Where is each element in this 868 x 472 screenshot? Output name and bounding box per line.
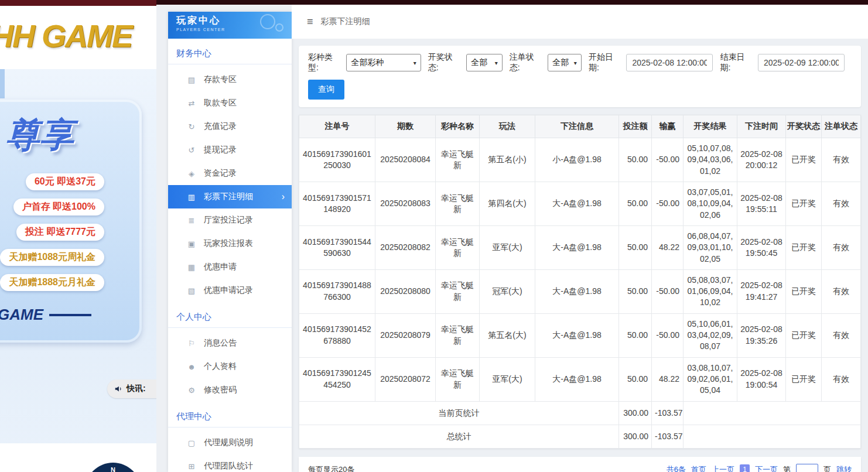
cell-period: 20250208082 xyxy=(375,225,436,269)
prev-page-link[interactable]: 上一页 xyxy=(712,464,734,472)
hall-bet-icon: ≣ xyxy=(187,216,196,225)
cell-amount: 50.00 xyxy=(619,269,652,313)
sidebar-item-hall-bet-records[interactable]: ≣厅室投注记录 xyxy=(168,208,292,232)
cell-win_loss: 48.22 xyxy=(652,357,684,401)
sidebar-item-promo-apply[interactable]: ▦优惠申请 xyxy=(168,255,292,279)
jump-button[interactable]: 跳转 xyxy=(836,464,852,472)
pagination-bar: 每页显示20条 共6条 首页 上一页 1 下一页 第 页 跳转 xyxy=(299,457,861,472)
cell-order_no: 401569173901245454250 xyxy=(299,357,375,401)
lottery-type-select[interactable]: 全部彩种 ▾ xyxy=(346,54,421,71)
sidebar-item-agent-rules[interactable]: ▢代理规则说明 xyxy=(168,431,292,454)
table-row: 40156917390160125003020250208084幸运飞艇新第五名… xyxy=(299,138,861,182)
table-row: 40156917390145267888020250208079幸运飞艇新第五名… xyxy=(299,313,861,357)
cell-result: 06,08,04,07,09,03,01,10,02,05 xyxy=(684,225,737,269)
end-date-input[interactable] xyxy=(758,54,845,71)
sidebar-item-change-password[interactable]: ⚙修改密码 xyxy=(168,378,292,402)
site-header: HH GAME xyxy=(0,6,164,69)
table-body: 40156917390160125003020250208084幸运飞艇新第五名… xyxy=(299,138,861,449)
cell-order_status: 有效 xyxy=(822,269,861,313)
cell-bet_time: 2025-02-08 20:00:12 xyxy=(737,138,786,182)
end-date-label: 结束日期: xyxy=(720,52,754,73)
page-jump-input[interactable] xyxy=(796,464,818,472)
summary-empty xyxy=(684,425,861,448)
page-title: 彩票下注明细 xyxy=(321,16,370,27)
cell-order_no: 401569173901601250030 xyxy=(299,138,375,182)
sidebar-item-label: 存款专区 xyxy=(204,74,237,85)
pagination-controls: 共6条 首页 上一页 1 下一页 第 页 跳转 xyxy=(667,464,852,472)
table-header-row: 注单号期数彩种名称玩法下注信息投注额输赢开奖结果下注时间开奖状态注单状态 xyxy=(299,115,861,138)
sidebar-item-agent-team-stats[interactable]: ⊞代理团队统计 xyxy=(168,454,292,472)
cell-draw_status: 已开奖 xyxy=(786,182,822,225)
column-header: 投注额 xyxy=(619,115,652,138)
brand-logo: HH GAME xyxy=(0,18,132,54)
draw-status-select[interactable]: 全部 ▾ xyxy=(466,54,503,71)
lottery-type-label: 彩种类型: xyxy=(308,52,343,73)
cell-order_status: 有效 xyxy=(822,357,861,401)
cell-bet_info: 大-A盘@1.98 xyxy=(535,269,619,313)
cell-lottery: 幸运飞艇新 xyxy=(436,313,480,357)
sidebar-item-label: 厅室投注记录 xyxy=(204,215,253,225)
lottery-bet-icon: ▥ xyxy=(187,193,196,201)
current-page-badge[interactable]: 1 xyxy=(740,464,750,472)
start-date-label: 开始日期: xyxy=(589,52,623,73)
sidebar-item-recharge-records[interactable]: ↻充值记录 xyxy=(168,115,292,138)
order-status-select[interactable]: 全部 ▾ xyxy=(548,54,582,71)
bet-table: 注单号期数彩种名称玩法下注信息投注额输赢开奖结果下注时间开奖状态注单状态 401… xyxy=(299,115,861,449)
main-content: 彩种类型: 全部彩种 ▾ 开奖状态: 全部 ▾ xyxy=(292,39,868,472)
cell-play: 亚军(大) xyxy=(480,225,535,269)
next-page-link[interactable]: 下一页 xyxy=(755,464,778,472)
caret-down-icon: ▾ xyxy=(414,60,416,66)
first-page-link[interactable]: 首页 xyxy=(691,464,706,472)
sidebar-item-profile[interactable]: ☻个人资料 xyxy=(168,355,292,378)
cell-bet_time: 2025-02-08 19:35:26 xyxy=(737,313,786,357)
player-center-modal: 玩家中心 PLAYERS CENTER 财务中心▤存款专区⇄取款专区↻充值记录↺… xyxy=(156,5,868,472)
sidebar-item-label: 个人资料 xyxy=(204,361,237,372)
query-button[interactable]: 查询 xyxy=(308,80,344,100)
cell-draw_status: 已开奖 xyxy=(786,138,822,182)
cell-lottery: 幸运飞艇新 xyxy=(436,138,480,182)
cell-bet_time: 2025-02-08 19:00:54 xyxy=(737,357,786,401)
cell-period: 20250208084 xyxy=(375,138,436,182)
cell-result: 05,08,03,07,01,06,09,04,10,02 xyxy=(684,269,737,313)
sub-logo-dash xyxy=(49,314,91,316)
cell-play: 亚军(大) xyxy=(480,357,535,401)
cell-draw_status: 已开奖 xyxy=(786,357,822,401)
cell-bet_info: 大-A盘@1.98 xyxy=(535,182,619,225)
sidebar-item-withdraw-zone[interactable]: ⇄取款专区 xyxy=(168,91,292,115)
cell-draw_status: 已开奖 xyxy=(786,225,822,269)
sidebar-item-deposit-zone[interactable]: ▤存款专区 xyxy=(168,68,292,91)
summary-row: 总统计300.00-103.57 xyxy=(299,425,861,448)
cell-play: 第四名(大) xyxy=(480,182,535,225)
sidebar-item-lottery-bet-details[interactable]: ▥彩票下注明细› xyxy=(168,185,292,208)
sidebar-item-label: 取款专区 xyxy=(204,98,237,108)
sidebar-item-messages[interactable]: ⚐消息公告 xyxy=(168,331,292,355)
filter-row: 彩种类型: 全部彩种 ▾ 开奖状态: 全部 ▾ xyxy=(308,52,852,73)
banner-sub-logo: H GAME xyxy=(0,306,91,324)
column-header: 下注信息 xyxy=(535,115,619,138)
bottom-panel: N xyxy=(0,443,170,472)
cell-order_no: 401569173901452678880 xyxy=(299,313,375,357)
column-header: 彩种名称 xyxy=(436,115,480,138)
start-date-input[interactable] xyxy=(626,54,713,71)
column-header: 下注时间 xyxy=(737,115,786,138)
cell-order_status: 有效 xyxy=(822,138,861,182)
sidebar-item-label: 资金记录 xyxy=(204,168,237,179)
sidebar-item-player-bet-report[interactable]: ▣玩家投注报表 xyxy=(168,232,292,255)
cell-win_loss: -50.00 xyxy=(652,313,684,357)
recharge-record-icon: ↻ xyxy=(187,122,196,131)
cell-play: 冠军(大) xyxy=(480,269,535,313)
sidebar-item-withdrawal-records[interactable]: ↺提现记录 xyxy=(168,138,292,162)
cell-play: 第五名(小) xyxy=(480,138,535,182)
decor-strip xyxy=(0,69,5,98)
sub-logo-text: H GAME xyxy=(0,306,43,324)
cell-lottery: 幸运飞艇新 xyxy=(436,225,480,269)
agent-rules-icon: ▢ xyxy=(187,439,196,447)
sidebar: 玩家中心 PLAYERS CENTER 财务中心▤存款专区⇄取款专区↻充值记录↺… xyxy=(168,12,292,472)
cell-result: 03,07,05,01,08,10,09,04,02,06 xyxy=(684,182,737,225)
hamburger-icon[interactable]: ≡ xyxy=(307,16,313,28)
sidebar-item-funds-records[interactable]: ◈资金记录 xyxy=(168,162,292,185)
sidebar-sections: 财务中心▤存款专区⇄取款专区↻充值记录↺提现记录◈资金记录▥彩票下注明细›≣厅室… xyxy=(168,41,292,472)
sidebar-item-promo-apply-records[interactable]: ▧优惠申请记录 xyxy=(168,279,292,302)
sidebar-item-label: 玩家投注报表 xyxy=(204,238,253,249)
sidebar-item-label: 代理团队统计 xyxy=(204,461,253,471)
